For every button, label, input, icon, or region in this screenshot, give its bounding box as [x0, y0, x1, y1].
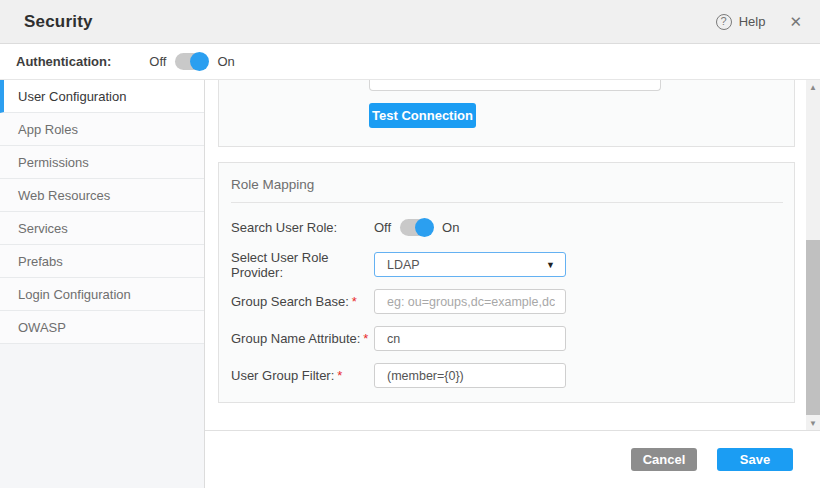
role-mapping-title: Role Mapping	[231, 173, 783, 192]
group-name-attribute-label-text: Group Name Attribute:	[231, 331, 360, 346]
group-name-attribute-row: Group Name Attribute:*	[231, 326, 783, 351]
user-group-filter-label: User Group Filter:*	[231, 368, 374, 383]
close-icon[interactable]: ✕	[789, 14, 802, 29]
ldap-connection-card: Test Connection	[218, 80, 795, 147]
search-user-role-off-label: Off	[374, 220, 391, 235]
sidebar-item-label: Login Configuration	[18, 287, 131, 302]
search-user-role-on-label: On	[442, 220, 459, 235]
scroll-down-icon[interactable]: ▼	[806, 416, 820, 430]
test-connection-button[interactable]: Test Connection	[369, 103, 476, 128]
search-user-role-toggle-group: Off On	[374, 219, 459, 236]
sidebar-item-services[interactable]: Services	[0, 212, 204, 245]
save-button[interactable]: Save	[717, 448, 793, 471]
chevron-down-icon: ▼	[546, 260, 555, 270]
group-search-base-row: Group Search Base:*	[231, 289, 783, 314]
dialog-body: User Configuration App Roles Permissions…	[0, 80, 820, 488]
security-dialog: Security ? Help ✕ Authentication: Off On…	[0, 0, 820, 488]
sidebar-item-label: Permissions	[18, 155, 89, 170]
authentication-label: Authentication:	[16, 54, 111, 69]
group-search-base-label: Group Search Base:*	[231, 294, 374, 309]
sidebar-item-owasp[interactable]: OWASP	[0, 311, 204, 344]
search-user-role-label: Search User Role:	[231, 220, 374, 235]
sidebar-item-label: Prefabs	[18, 254, 63, 269]
user-role-provider-select[interactable]: LDAP ▼	[374, 252, 566, 277]
sidebar-item-permissions[interactable]: Permissions	[0, 146, 204, 179]
dialog-footer: Cancel Save	[205, 431, 820, 488]
cancel-button[interactable]: Cancel	[631, 448, 697, 471]
group-search-base-label-text: Group Search Base:	[231, 294, 349, 309]
sidebar-item-label: Services	[18, 221, 68, 236]
sidebar-item-label: App Roles	[18, 122, 78, 137]
required-asterisk: *	[363, 331, 368, 346]
role-mapping-divider	[231, 202, 783, 203]
sidebar-item-label: OWASP	[18, 320, 66, 335]
truncated-input[interactable]	[369, 80, 661, 91]
search-user-role-toggle-knob	[415, 218, 434, 237]
user-role-provider-row: Select User Role Provider: LDAP ▼	[231, 252, 783, 277]
sidebar-item-login-configuration[interactable]: Login Configuration	[0, 278, 204, 311]
authentication-toggle-knob	[190, 52, 209, 71]
vertical-scrollbar[interactable]: ▲ ▼	[806, 80, 820, 430]
authentication-bar: Authentication: Off On	[0, 44, 820, 80]
required-asterisk: *	[352, 294, 357, 309]
user-role-provider-label: Select User Role Provider:	[231, 250, 374, 280]
user-group-filter-row: User Group Filter:*	[231, 363, 783, 388]
help-icon: ?	[716, 14, 732, 30]
group-search-base-input[interactable]	[374, 289, 566, 314]
group-name-attribute-label: Group Name Attribute:*	[231, 331, 374, 346]
scroll-region: Test Connection Role Mapping Search User…	[205, 80, 820, 431]
sidebar-item-app-roles[interactable]: App Roles	[0, 113, 204, 146]
user-role-provider-value: LDAP	[387, 258, 420, 272]
help-button[interactable]: ? Help	[716, 14, 766, 30]
scroll-up-icon[interactable]: ▲	[806, 80, 820, 94]
sidebar-nav: User Configuration App Roles Permissions…	[0, 80, 205, 488]
dialog-header: Security ? Help ✕	[0, 0, 820, 44]
sidebar-item-web-resources[interactable]: Web Resources	[0, 179, 204, 212]
authentication-off-label: Off	[149, 54, 166, 69]
sidebar-item-user-configuration[interactable]: User Configuration	[0, 80, 204, 113]
sidebar-item-prefabs[interactable]: Prefabs	[0, 245, 204, 278]
authentication-toggle[interactable]	[175, 53, 208, 70]
group-name-attribute-input[interactable]	[374, 326, 566, 351]
authentication-toggle-group: Off On	[149, 53, 234, 70]
required-asterisk: *	[337, 368, 342, 383]
authentication-on-label: On	[217, 54, 234, 69]
help-label: Help	[739, 14, 766, 29]
user-group-filter-label-text: User Group Filter:	[231, 368, 334, 383]
scrollbar-thumb[interactable]	[806, 240, 820, 415]
page-title: Security	[24, 12, 93, 32]
user-group-filter-input[interactable]	[374, 363, 566, 388]
sidebar-item-label: User Configuration	[18, 89, 126, 104]
search-user-role-toggle[interactable]	[400, 219, 433, 236]
main-panel: Test Connection Role Mapping Search User…	[205, 80, 820, 488]
role-mapping-card: Role Mapping Search User Role: Off On	[218, 162, 795, 403]
search-user-role-row: Search User Role: Off On	[231, 215, 783, 240]
scroll-content: Test Connection Role Mapping Search User…	[205, 80, 806, 430]
sidebar-item-label: Web Resources	[18, 188, 110, 203]
